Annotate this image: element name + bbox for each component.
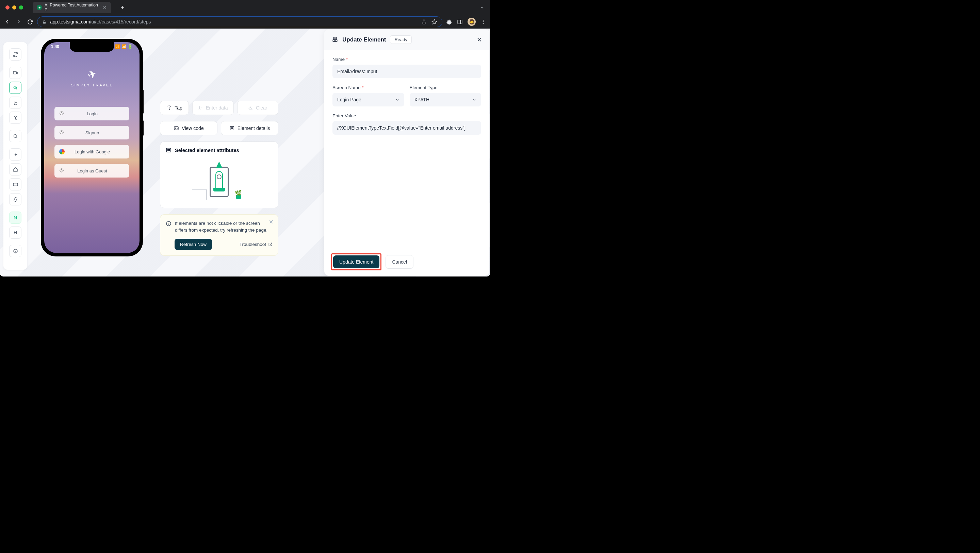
panel-close-icon[interactable]: ✕ [477, 36, 482, 43]
device-time: 1:40 [51, 44, 59, 49]
sidebar-home-icon[interactable] [9, 163, 21, 175]
tab-title: AI Powered Test Automation P [45, 3, 99, 12]
app-area: N H 1:40 📶 📶 🔋 ✈ SI [0, 29, 490, 276]
left-sidebar: N H [3, 42, 27, 270]
svg-rect-26 [61, 132, 62, 133]
window-minimize-icon[interactable] [12, 5, 16, 10]
device-google-button[interactable]: Login with Google [54, 145, 129, 159]
svg-rect-41 [333, 40, 335, 42]
attributes-title: Selected element attributes [175, 148, 239, 153]
lock-icon [59, 111, 65, 116]
info-message: If elements are not clickable or the scr… [175, 220, 272, 234]
element-icon [332, 37, 338, 43]
name-label: Name * [332, 57, 481, 62]
sidebar-letter-n[interactable]: N [9, 211, 21, 224]
sidebar-keyboard-icon[interactable] [9, 178, 21, 191]
bookmark-icon[interactable] [431, 19, 437, 25]
nav-reload-icon[interactable] [27, 19, 33, 25]
list-icon [166, 147, 172, 153]
attributes-card: Selected element attributes [160, 141, 278, 208]
sidebar-swipe-icon[interactable] [9, 111, 21, 124]
view-code-button[interactable]: View code [160, 121, 218, 135]
screen-name-label: Screen Name * [332, 85, 404, 90]
svg-rect-8 [13, 72, 16, 74]
svg-rect-0 [43, 21, 46, 23]
enter-value-label: Enter Value [332, 113, 481, 118]
svg-rect-28 [61, 170, 62, 171]
svg-marker-2 [432, 19, 437, 24]
svg-rect-9 [16, 72, 18, 74]
cancel-button[interactable]: Cancel [385, 255, 414, 269]
address-bar[interactable]: app.testsigma.com/ui/td/cases/415/record… [37, 16, 442, 27]
panel-icon[interactable] [457, 19, 463, 25]
svg-line-12 [16, 137, 18, 138]
svg-point-39 [334, 37, 334, 38]
device-preview: 1:40 📶 📶 🔋 ✈ SIMPLY TRAVEL Login [41, 39, 143, 256]
update-element-panel: Update Element Ready ✕ Name * Screen Nam… [324, 29, 489, 276]
name-input[interactable] [332, 65, 481, 78]
panel-title: Update Element [342, 37, 386, 43]
share-icon[interactable] [421, 19, 427, 24]
sidebar-inspect-icon[interactable] [9, 82, 21, 94]
troubleshoot-link[interactable]: Troubleshoot [240, 242, 272, 247]
value-input[interactable] [332, 121, 481, 135]
window-close-icon[interactable] [5, 5, 10, 10]
svg-point-22 [15, 252, 16, 253]
window-maximize-icon[interactable] [19, 5, 23, 10]
window-controls [3, 5, 25, 10]
sidebar-help-icon[interactable] [9, 245, 21, 257]
sidebar-devices-icon[interactable] [9, 67, 21, 79]
update-element-button[interactable]: Update Element [333, 256, 379, 269]
clear-icon [248, 105, 253, 111]
svg-rect-42 [335, 40, 337, 42]
nav-back-icon[interactable] [4, 19, 10, 25]
app-logo-icon: ✈ [86, 67, 98, 82]
sidebar-tap-icon[interactable] [9, 97, 21, 109]
menu-icon[interactable] [480, 19, 486, 24]
clear-button: Clear [237, 101, 279, 115]
lock-icon [59, 168, 65, 173]
sidebar-rotate-icon[interactable] [9, 193, 21, 205]
svg-rect-20 [14, 197, 17, 202]
screen-name-select[interactable]: Login Page [332, 93, 404, 106]
device-guest-button[interactable]: Login as Guest [54, 164, 129, 178]
refresh-now-button[interactable]: Refresh Now [175, 239, 212, 250]
enter-data-button: Enter data [192, 101, 234, 115]
enter-data-icon [198, 105, 203, 111]
svg-rect-30 [230, 127, 234, 130]
svg-rect-24 [61, 113, 62, 114]
browser-tab[interactable]: ✦ AI Powered Test Automation P ✕ [33, 2, 111, 13]
url-host: app.testsigma.com/ui/td/cases/415/record… [50, 19, 151, 24]
extensions-icon[interactable] [447, 19, 452, 25]
device-status-icons: 📶 📶 🔋 [115, 44, 133, 49]
info-close-icon[interactable]: ✕ [269, 219, 273, 225]
element-type-select[interactable]: XPATH [410, 93, 482, 106]
svg-rect-3 [458, 20, 462, 24]
sidebar-letter-h[interactable]: H [9, 227, 21, 239]
sidebar-back-icon[interactable] [9, 148, 21, 160]
element-details-button[interactable]: Element details [221, 121, 278, 135]
lock-icon [42, 20, 47, 24]
new-tab-button[interactable]: + [118, 3, 127, 12]
lock-icon [59, 130, 65, 135]
profile-avatar[interactable]: 🧔 [468, 17, 476, 26]
sidebar-sync-icon[interactable] [9, 48, 21, 60]
sidebar-search-icon[interactable] [9, 130, 21, 142]
chevron-down-icon [472, 98, 476, 102]
info-banner: ✕ If elements are not clickable or the s… [160, 214, 278, 256]
chevron-down-icon [395, 98, 399, 102]
tab-favicon-icon: ✦ [37, 5, 42, 10]
svg-rect-29 [174, 127, 178, 130]
tap-button[interactable]: Tap [160, 101, 189, 115]
app-brand: SIMPLY TRAVEL [71, 83, 113, 87]
device-signup-button[interactable]: Signup [54, 126, 129, 140]
device-login-button[interactable]: Login [54, 107, 129, 121]
details-icon [229, 126, 235, 131]
tabs-overflow-icon[interactable] [480, 5, 485, 10]
status-badge: Ready [390, 35, 412, 44]
tab-close-icon[interactable]: ✕ [103, 5, 107, 10]
svg-point-6 [483, 21, 484, 22]
info-icon [166, 221, 172, 234]
browser-chrome: ✦ AI Powered Test Automation P ✕ + app.t… [0, 0, 490, 29]
code-icon [173, 126, 179, 131]
